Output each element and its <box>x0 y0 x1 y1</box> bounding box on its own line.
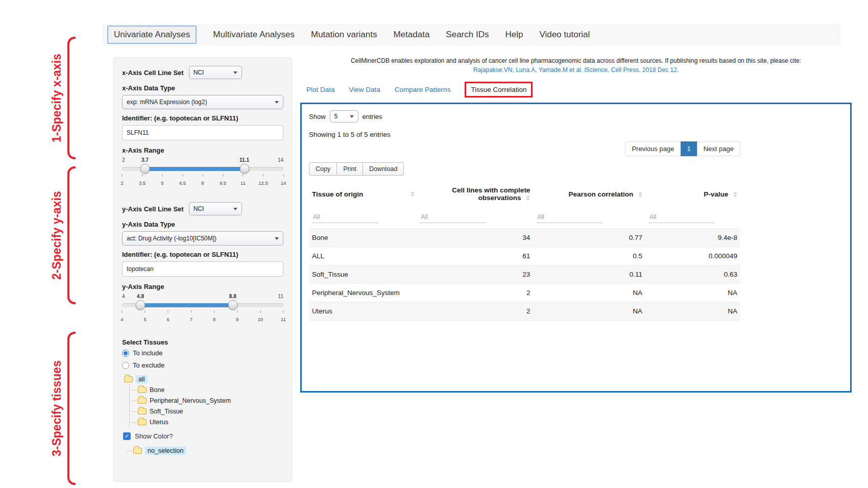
folder-icon <box>138 419 147 425</box>
tree-node-bone[interactable]: Bone <box>132 384 283 395</box>
x-range-track[interactable] <box>122 167 283 171</box>
tick: 3.5 <box>139 174 146 187</box>
tab-univariate-analyses[interactable]: Univariate Analyses <box>107 26 197 44</box>
x-range-handle-high[interactable] <box>239 164 249 174</box>
y-range-fill <box>140 303 233 307</box>
tick: 11 <box>240 174 246 187</box>
column-header-pearson-correlation[interactable]: Pearson correlation <box>533 182 645 206</box>
y-range-label: y-Axis Range <box>122 283 283 290</box>
prev-page-button[interactable]: Previous page <box>625 141 681 156</box>
show-label: Show <box>309 113 326 120</box>
y-range-handle-high[interactable] <box>228 300 237 310</box>
y-data-type-value: act: Drug Activity (-log10[IC50M]) <box>127 235 216 242</box>
select-tissues-label: Select Tissues <box>122 338 283 346</box>
column-header-label: P-value <box>704 190 728 198</box>
y-range-low-label: 4.8 <box>137 294 144 299</box>
x-data-type-select[interactable]: exp: mRNA Expression (log2) <box>122 95 283 109</box>
page-size-select[interactable]: 5 <box>330 110 358 123</box>
x-cell-line-set-select[interactable]: NCI <box>189 66 242 79</box>
exclude-radio-label: To exclude <box>133 361 164 369</box>
tree-node-uterus[interactable]: Uterus <box>132 417 283 427</box>
tick: 4 <box>120 310 123 323</box>
column-header-label: Cell lines with complete observations <box>452 186 530 202</box>
print-button[interactable]: Print <box>336 162 363 176</box>
exclude-radio[interactable]: To exclude <box>122 361 283 369</box>
annotation-bracket-2 <box>67 166 76 304</box>
column-header-tissue-of-origin[interactable]: Tissue of origin <box>309 182 417 206</box>
show-color-checkbox[interactable]: Show Color? <box>123 432 283 440</box>
tissue-correlation-panel: Show 5 entries Showing 1 to 5 of 5 entri… <box>300 103 852 393</box>
tab-metadata[interactable]: Metadata <box>393 30 429 40</box>
tab-mutation-variants[interactable]: Mutation variants <box>311 30 377 40</box>
tick: 5 <box>161 174 163 187</box>
x-range-handle-low[interactable] <box>140 164 150 174</box>
radio-icon <box>122 362 129 369</box>
x-identifier-input[interactable] <box>122 125 283 140</box>
chevron-down-icon <box>233 208 237 210</box>
filter-input-pearson[interactable] <box>536 211 602 223</box>
cell-p-value: 9.4e-8 <box>645 229 740 247</box>
page-1-button[interactable]: 1 <box>681 141 697 156</box>
tree-node-all[interactable]: all <box>124 374 283 384</box>
tree-node-soft-tissue-label: Soft_Tissue <box>150 408 183 415</box>
cell-p-value: NA <box>645 284 740 302</box>
column-header-cell-lines[interactable]: Cell lines with complete observations <box>417 182 533 206</box>
x-data-type-label: x-Axis Data Type <box>122 84 283 92</box>
tab-search-ids[interactable]: Search IDs <box>446 30 489 40</box>
column-header-p-value[interactable]: P-value <box>645 182 740 206</box>
y-range-track[interactable] <box>122 303 283 307</box>
table-row[interactable]: Soft_Tissue 23 0.11 0.63 <box>309 265 740 284</box>
x-range-fill <box>145 167 245 171</box>
cell-p-value: 0.000049 <box>645 247 740 265</box>
entries-label: entries <box>363 113 382 120</box>
next-page-button[interactable]: Next page <box>697 141 740 156</box>
tick: 6.5 <box>179 174 186 187</box>
table-row[interactable]: Bone 34 0.77 9.4e-8 <box>309 229 740 247</box>
tab-view-data[interactable]: View Data <box>349 86 380 93</box>
tissue-correlation-table: Tissue of origin Cell lines with complet… <box>309 182 740 321</box>
y-range-max-label: 11 <box>278 294 283 299</box>
tree-node-uterus-label: Uterus <box>150 419 168 426</box>
tree-node-all-label: all <box>136 375 148 383</box>
include-radio-label: To include <box>133 349 163 357</box>
tree-node-bone-label: Bone <box>150 386 164 394</box>
tick: 12.5 <box>258 174 268 187</box>
filter-input-tissue[interactable] <box>312 211 378 223</box>
x-identifier-label: Identifier: (e.g. topotecan or SLFN11) <box>122 114 283 122</box>
table-row[interactable]: ALL 61 0.5 0.000049 <box>309 247 740 265</box>
filter-input-p-value[interactable] <box>648 211 715 223</box>
cell-count: 61 <box>417 247 533 265</box>
include-radio[interactable]: To include <box>122 349 283 357</box>
citation-link[interactable]: Rajapakse.VN, Luna.A, Yamade.M et al. iS… <box>300 66 852 74</box>
tab-compare-patterns[interactable]: Compare Patterns <box>395 86 451 93</box>
download-button[interactable]: Download <box>363 162 404 176</box>
tab-plot-data[interactable]: Plot Data <box>306 86 335 93</box>
tick: 10 <box>258 310 263 323</box>
copy-button[interactable]: Copy <box>309 162 337 176</box>
y-data-type-label: y-Axis Data Type <box>122 221 283 228</box>
y-identifier-input[interactable] <box>122 261 283 277</box>
tick: 5 <box>144 310 147 323</box>
tab-help[interactable]: Help <box>505 30 523 40</box>
y-range-high-label: 8.8 <box>229 294 236 299</box>
y-range-handle-low[interactable] <box>136 300 146 310</box>
tick: 11 <box>281 310 286 323</box>
x-data-type-value: exp: mRNA Expression (log2) <box>127 99 207 106</box>
table-row[interactable]: Uterus 2 NA NA <box>309 302 740 321</box>
tab-tissue-correlation[interactable]: Tissue Correlation <box>465 82 533 97</box>
tree-node-no-selection[interactable]: no_selection <box>127 445 283 456</box>
show-color-label: Show Color? <box>135 432 173 440</box>
y-data-type-select[interactable]: act: Drug Activity (-log10[IC50M]) <box>122 231 283 246</box>
filter-input-cell-lines[interactable] <box>420 211 486 223</box>
tab-video-tutorial[interactable]: Video tutorial <box>539 30 590 40</box>
tab-multivariate-analyses[interactable]: Multivariate Analyses <box>213 30 295 40</box>
cell-p-value: NA <box>645 302 740 321</box>
tree-node-peripheral-nervous-system[interactable]: Peripheral_Nervous_System <box>132 395 283 406</box>
table-row[interactable]: Peripheral_Nervous_System 2 NA NA <box>309 284 740 302</box>
annotation-step2: 2-Specify y-axis <box>50 166 76 304</box>
x-range-max-label: 14 <box>278 157 283 163</box>
y-identifier-label: Identifier: (e.g. topotecan or SLFN11) <box>122 251 283 258</box>
chevron-down-icon <box>275 237 279 240</box>
y-cell-line-set-select[interactable]: NCI <box>189 202 242 215</box>
tree-node-soft-tissue[interactable]: Soft_Tissue <box>132 406 283 417</box>
